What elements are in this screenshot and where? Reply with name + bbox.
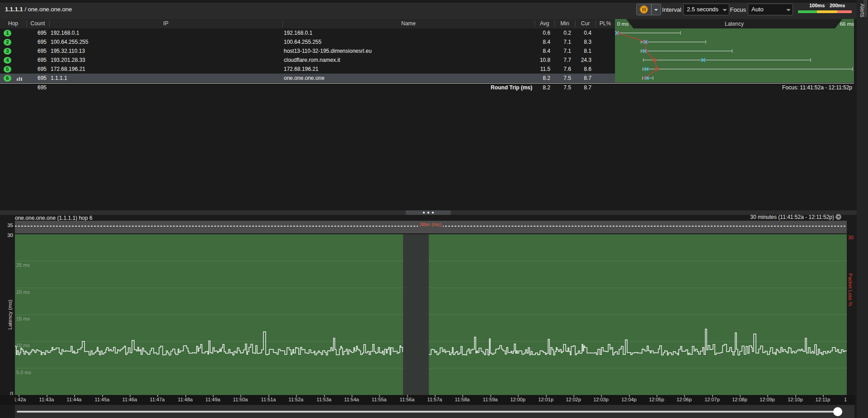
svg-text:66 ms: 66 ms (840, 21, 854, 27)
svg-text:0 ms: 0 ms (617, 21, 629, 27)
svg-text:5.0 ms: 5.0 ms (16, 370, 32, 375)
svg-text:10 ms: 10 ms (16, 343, 30, 348)
svg-text:15 ms: 15 ms (16, 316, 30, 321)
svg-text:20 ms: 20 ms (16, 289, 30, 295)
svg-text:Latency: Latency (725, 21, 744, 27)
svg-text:25 ms: 25 ms (16, 262, 30, 268)
